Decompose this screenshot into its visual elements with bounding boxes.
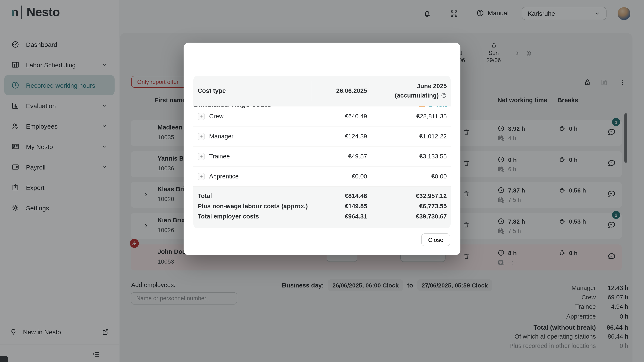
personnel-number: 10026 (158, 226, 174, 234)
clock-icon (498, 218, 505, 225)
add-employees-field (131, 292, 237, 304)
logo-text: Nesto (26, 5, 60, 19)
manual-link[interactable]: Manual (476, 9, 508, 17)
sidebar-item-settings[interactable]: Settings (4, 198, 114, 218)
trash-icon[interactable] (462, 128, 470, 136)
only-report-label: Only report offer (137, 78, 179, 85)
scrollbar-thumb[interactable] (624, 113, 628, 163)
trash-icon[interactable] (462, 221, 470, 229)
lock-open-icon[interactable] (583, 78, 592, 86)
break-time-value: 0 h (569, 156, 578, 163)
summary-row-apprentice: Apprentice0 h (455, 313, 628, 320)
sidebar-item-payroll[interactable]: Payroll (4, 157, 114, 177)
summary-row-trainee: Trainee4.94 h (455, 303, 628, 310)
net-time-value: 7.37 h (508, 187, 525, 194)
warning-triangle-icon (132, 240, 137, 246)
clock-icon (498, 125, 505, 132)
expand-cost-row-button[interactable]: + (198, 153, 205, 160)
employee-name: Kian Brix (158, 217, 185, 224)
day-date: 29/06 (481, 57, 506, 64)
clock-icon (498, 186, 505, 194)
coffee-icon (558, 218, 566, 225)
sidebar-item-employees[interactable]: Employees (4, 116, 114, 136)
comments-icon[interactable] (607, 220, 616, 230)
collapse-sidebar-icon[interactable] (92, 350, 100, 358)
cost-row-trainee: + Trainee €49.57 €3,133.55 (193, 146, 451, 166)
fullscreen-icon[interactable] (450, 9, 458, 18)
notifications-bell-icon[interactable] (423, 9, 432, 18)
target-time-value: --:-- (508, 259, 517, 266)
expand-cost-row-button[interactable]: + (198, 173, 205, 180)
sidebar-item-labor-scheduling[interactable]: Labor Scheduling (4, 54, 114, 75)
external-link-icon (101, 328, 110, 336)
close-button[interactable]: Close (421, 234, 450, 246)
sidebar-item-dashboard[interactable]: Dashboard (4, 34, 114, 54)
location-select[interactable]: Karlsruhe (522, 7, 606, 20)
sidebar-item-my-nesto[interactable]: My Nesto (4, 136, 114, 157)
column-header-net-working-time: Net working time (498, 97, 547, 104)
break-time-value: 0.53 h (569, 218, 586, 225)
personnel-number: 10053 (158, 258, 174, 265)
id-card-icon (11, 142, 20, 151)
employee-name: Yannis Bo (158, 155, 188, 162)
schedule-grid-icon (11, 60, 20, 69)
sidebar-item-label: My Nesto (26, 143, 53, 150)
user-avatar[interactable] (618, 7, 630, 20)
logo-divider (21, 5, 22, 19)
break-time-value: 0 h (569, 249, 578, 256)
employee-name: John Doe (158, 248, 186, 255)
comments-icon[interactable] (607, 189, 616, 198)
business-day-label: Business day: (282, 282, 324, 288)
chevron-down-icon (101, 164, 108, 170)
help-circle-icon[interactable] (441, 92, 447, 98)
employee-name: Madleen (158, 124, 182, 131)
next-day-icon[interactable] (514, 50, 521, 57)
expand-cost-row-button[interactable]: + (198, 113, 205, 120)
target-time-value: 7.5 h (508, 228, 521, 234)
expand-cost-row-button[interactable]: + (198, 133, 205, 140)
target-time-value: 6 h (508, 166, 516, 172)
day-nav-sunday[interactable]: Sun 29/06 (481, 42, 506, 64)
clock-icon (498, 156, 505, 163)
cost-row-manager: + Manager €124.39 €1,012.22 (193, 126, 451, 146)
add-employees-label: Add employees: (131, 282, 176, 288)
net-time-value: 7.32 h (508, 218, 525, 225)
chevron-down-icon (101, 102, 108, 109)
column-header-breaks: Breaks (558, 97, 578, 104)
comment-count-badge: 1 (612, 118, 620, 126)
save-icon[interactable] (600, 78, 608, 86)
summary-row-total: Total (without break)86.44 h (455, 324, 628, 331)
lightbulb-icon (9, 328, 18, 336)
business-day-from-chip[interactable]: 26/06/2025, 06:00 Clock (328, 280, 403, 291)
sidebar: n Nesto Dashboard Labor Scheduling Recor… (0, 0, 119, 362)
lock-open-icon (490, 42, 497, 48)
sidebar-item-evaluation[interactable]: Evaluation (4, 96, 114, 116)
column-header-first-name: First name (154, 97, 186, 104)
comments-icon[interactable] (607, 158, 616, 168)
expand-row-icon[interactable] (143, 222, 150, 229)
expand-row-icon[interactable] (143, 191, 150, 198)
add-employees-input[interactable] (131, 292, 237, 304)
trash-icon[interactable] (462, 190, 470, 198)
sidebar-item-recorded-working-hours[interactable]: Recorded working hours (4, 75, 114, 96)
fast-forward-icon[interactable] (525, 50, 533, 58)
coffee-icon (558, 186, 566, 194)
calendar-clock-icon (498, 196, 505, 204)
row-warning-badge (130, 239, 139, 248)
sidebar-item-export[interactable]: Export (4, 177, 114, 198)
whats-new-link[interactable]: New in Nesto (9, 328, 110, 336)
personnel-number: 10036 (158, 165, 174, 172)
sidebar-item-label: Evaluation (26, 102, 56, 109)
trash-icon[interactable] (462, 252, 470, 260)
comments-icon[interactable] (607, 127, 616, 137)
export-icon (11, 183, 20, 192)
chat-widget-corner[interactable] (0, 356, 8, 362)
employee-name: Klaas Bri (158, 186, 184, 192)
trash-icon[interactable] (462, 159, 470, 167)
comments-icon[interactable] (607, 252, 616, 261)
kebab-menu-icon[interactable] (618, 78, 626, 86)
bar-chart-icon (11, 101, 20, 110)
chevron-down-icon (101, 123, 108, 130)
sidebar-divider (0, 344, 119, 345)
column-day: 26.06.2025 (336, 87, 367, 94)
